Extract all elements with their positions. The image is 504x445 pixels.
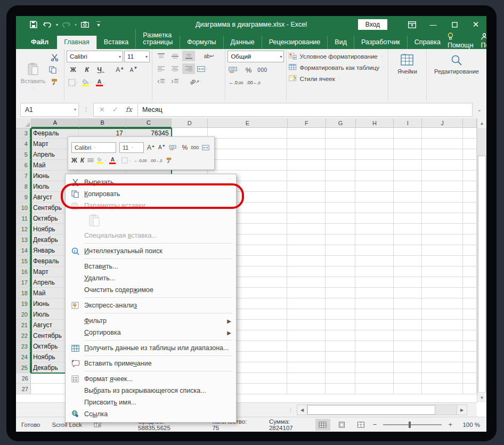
mini-decrease-decimal-icon[interactable]: .00→,0 <box>150 158 162 163</box>
grow-font-icon[interactable]: A▲ <box>113 64 126 75</box>
cell-F18[interactable] <box>287 288 326 298</box>
cell-H16[interactable] <box>355 266 394 277</box>
menu-item-clear-contents[interactable]: Очистить содержимое <box>66 284 235 296</box>
editing-button[interactable]: Редактирование▾ <box>429 53 484 82</box>
mini-italic-button[interactable]: К <box>80 157 84 164</box>
column-header-D[interactable]: D <box>172 118 208 128</box>
row-header-26[interactable]: 26 <box>16 373 31 384</box>
cell-I20[interactable] <box>394 309 422 320</box>
font-name-select[interactable]: Calibri▾ <box>67 51 123 62</box>
row-header-17[interactable]: 17 <box>16 277 31 288</box>
underline-button[interactable]: Ч▾ <box>94 64 107 75</box>
menu-item-pick-from-list[interactable]: Выбрать из раскрывающегося списка... <box>66 385 235 397</box>
accounting-format-icon[interactable]: ▾ <box>227 64 241 75</box>
cell-partial-6[interactable] <box>463 160 477 171</box>
mini-accounting-icon[interactable]: ▾ <box>169 145 179 150</box>
mini-grow-font-icon[interactable]: A▲ <box>147 144 155 151</box>
cell-J4[interactable] <box>422 139 463 149</box>
redo-icon[interactable] <box>60 19 72 30</box>
cell-I10[interactable] <box>394 203 422 213</box>
cell-J23[interactable] <box>422 341 463 352</box>
cell-G16[interactable] <box>326 266 355 277</box>
column-header-G[interactable]: G <box>326 118 356 128</box>
tab-формулы[interactable]: Формулы <box>180 36 223 50</box>
column-header-I[interactable]: I <box>394 118 422 128</box>
cell-H24[interactable] <box>355 352 394 362</box>
mini-merge-icon[interactable] <box>202 145 209 150</box>
maximize-button[interactable] <box>444 16 465 33</box>
row-header-25[interactable]: 25 <box>16 362 31 373</box>
cell-H23[interactable] <box>355 341 394 352</box>
cell-F10[interactable] <box>287 203 326 213</box>
cell-I25[interactable] <box>394 362 422 373</box>
cell-partial-19[interactable] <box>463 298 477 309</box>
cell-partial-24[interactable] <box>463 352 477 362</box>
cell-H7[interactable] <box>355 171 394 181</box>
scroll-up-icon[interactable]: ▲ <box>477 118 486 128</box>
cell-I7[interactable] <box>394 171 422 181</box>
cell-G19[interactable] <box>326 298 355 309</box>
align-left-icon[interactable] <box>155 63 167 74</box>
cell-G17[interactable] <box>326 277 355 288</box>
row-header-7[interactable]: 7 <box>16 171 31 181</box>
cell-J19[interactable] <box>422 298 463 309</box>
cell-H18[interactable] <box>355 288 394 298</box>
cell-J13[interactable] <box>422 234 463 245</box>
row-header-22[interactable]: 22 <box>16 330 31 341</box>
cells-button[interactable]: Ячейки▾ <box>392 53 422 82</box>
cell-I4[interactable] <box>394 139 422 149</box>
cell-F12[interactable] <box>287 224 326 234</box>
cell-I19[interactable] <box>394 298 422 309</box>
scroll-down-icon[interactable]: ▼ <box>477 392 486 402</box>
number-format-select[interactable]: Общий▾ <box>227 51 284 62</box>
cell-partial-8[interactable] <box>463 181 477 192</box>
align-right-icon[interactable] <box>182 63 195 74</box>
cell-H12[interactable] <box>355 224 394 234</box>
row-header-19[interactable]: 19 <box>16 298 31 309</box>
cell-F17[interactable] <box>287 277 326 288</box>
cell-E3[interactable] <box>208 128 288 139</box>
decrease-indent-icon[interactable] <box>155 76 167 87</box>
row-header-15[interactable]: 15 <box>16 256 31 266</box>
cell-J20[interactable] <box>422 309 463 320</box>
zoom-level[interactable]: 100 % <box>457 422 480 428</box>
cut-icon[interactable] <box>48 52 61 63</box>
cell-G21[interactable] <box>326 320 355 330</box>
cell-G5[interactable] <box>326 149 355 160</box>
row-header-24[interactable]: 24 <box>16 352 31 362</box>
cell-H19[interactable] <box>355 298 394 309</box>
paste-button[interactable]: Вставить▾ <box>18 51 48 102</box>
insert-function-icon[interactable]: fx <box>126 106 132 114</box>
cell-E4[interactable] <box>208 139 288 149</box>
menu-item-get-data-from-table[interactable]: Получить данные из таблицы или диапазона… <box>66 342 235 354</box>
format-painter-icon[interactable] <box>48 77 61 87</box>
column-header-H[interactable]: H <box>356 118 394 128</box>
sign-in-button[interactable]: Вход <box>358 19 387 30</box>
camera-icon[interactable] <box>79 19 91 30</box>
cell-H25[interactable] <box>355 362 394 373</box>
mini-center-icon[interactable] <box>87 158 94 163</box>
cell-I15[interactable] <box>394 256 422 266</box>
cell-I13[interactable] <box>394 234 422 245</box>
decrease-decimal-icon[interactable]: .00→,0 <box>245 77 261 88</box>
scroll-right-icon[interactable]: ▶ <box>457 404 467 415</box>
horizontal-scrollbar[interactable] <box>307 404 457 415</box>
cell-H17[interactable] <box>355 277 394 288</box>
cell-J6[interactable] <box>422 160 463 171</box>
cell-J24[interactable] <box>422 352 463 362</box>
cell-I16[interactable] <box>394 266 422 277</box>
cell-J16[interactable] <box>422 266 463 277</box>
cell-partial-26[interactable] <box>463 373 477 384</box>
cell-styles-button[interactable]: Стили ячеек▾ <box>289 73 385 84</box>
cell-J12[interactable] <box>422 224 463 234</box>
name-box[interactable]: A1▾ <box>20 103 79 117</box>
cell-F7[interactable] <box>287 171 326 181</box>
cell-partial-3[interactable] <box>463 128 477 139</box>
cell-G23[interactable] <box>326 341 355 352</box>
column-header-A[interactable]: A <box>31 118 79 128</box>
cell-J18[interactable] <box>422 288 463 298</box>
menu-item-format-cells[interactable]: Формат ячеек... <box>66 373 235 385</box>
menu-item-quick-analysis[interactable]: Экспресс-анализ <box>66 300 235 311</box>
cell-F22[interactable] <box>287 330 326 341</box>
menu-item-sort[interactable]: Сортировка▶ <box>66 327 235 338</box>
